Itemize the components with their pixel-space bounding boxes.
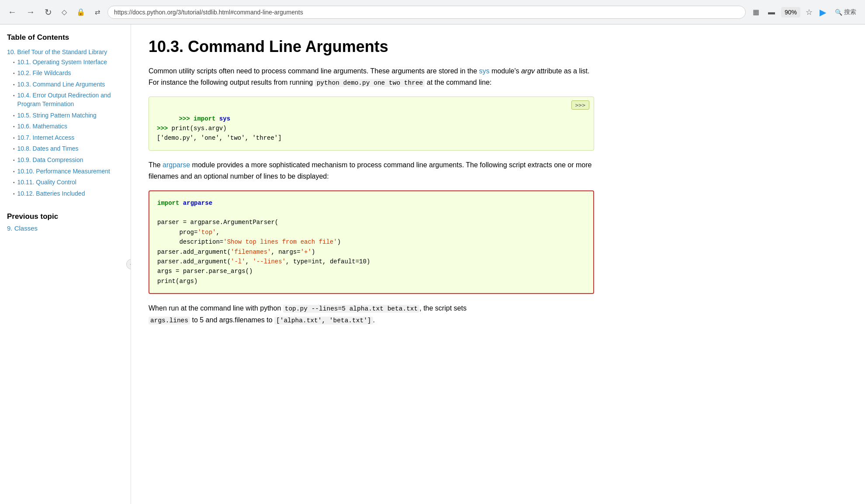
code2-print-fn: print <box>157 278 176 285</box>
code2-desc-line: description= <box>157 238 223 245</box>
code2-parse-line: args = parser.parse_args() <box>157 268 253 275</box>
code2-prog-str: 'top' <box>197 229 216 236</box>
toc-item-10-12[interactable]: 10.12. Batteries Included <box>7 188 124 200</box>
toc-item-10-3[interactable]: 10.3. Command Line Arguments <box>7 79 124 90</box>
code2-prog-comma: , <box>216 229 219 236</box>
search-icon: 🔍 <box>835 9 842 16</box>
toc-section-10[interactable]: 10. Brief Tour of the Standard Library <box>7 48 107 55</box>
code2-l-str: '-l' <box>231 258 246 265</box>
inline-code-1: python demo.py one two three <box>315 79 425 87</box>
code-block-1: >>>>>> import sys >>> print(sys.argv) ['… <box>149 97 594 151</box>
search-button[interactable]: 🔍 搜索 <box>831 7 860 18</box>
code2-add-arg2: parser.add_argument( <box>157 258 231 265</box>
reader-mode-icon[interactable]: ▬ <box>765 7 778 18</box>
code2-comma: , <box>246 258 253 265</box>
toc-item-10-7[interactable]: 10.7. Internet Access <box>7 132 124 144</box>
code2-import-kw: import <box>157 200 179 207</box>
sidebar-collapse-button[interactable]: « <box>126 259 131 269</box>
inline-code-4: ['alpha.txt', 'beta.txt'] <box>274 317 373 324</box>
user-icon[interactable]: ▶ <box>818 5 828 19</box>
inline-code-3: args.lines <box>149 317 190 324</box>
zoom-button[interactable]: 90% <box>781 7 800 17</box>
toc-item-10-9[interactable]: 10.9. Data Compression <box>7 155 124 166</box>
toc-item-10-8[interactable]: 10.8. Dates and Times <box>7 143 124 155</box>
prev-topic-link[interactable]: 9. Classes <box>7 224 38 232</box>
browser-actions: ▦ ▬ 90% ☆ ▶ 🔍 搜索 <box>750 5 860 19</box>
copy-button-1[interactable]: >>> <box>571 100 589 110</box>
code-print-arg: (sys.argv) <box>190 125 227 132</box>
code2-print-arg: (args) <box>176 278 197 285</box>
toc-item-10-1[interactable]: 10.1. Operating System Interface <box>7 57 124 68</box>
shield-icon[interactable]: ◇ <box>59 6 69 18</box>
toc-item-10-11[interactable]: 10.11. Quality Control <box>7 177 124 188</box>
toc-item-10-6[interactable]: 10.6. Mathematics <box>7 121 124 132</box>
url-text: https://docs.python.org/3/tutorial/stdli… <box>114 9 303 16</box>
code-import-kw: import <box>194 115 215 122</box>
code2-filenames-str: 'filenames' <box>231 249 271 255</box>
browser-chrome: ← → ↻ ◇ 🔒 ⇄ https://docs.python.org/3/tu… <box>0 0 865 24</box>
code2-prog-line: prog= <box>157 229 197 236</box>
para2-before: The <box>149 161 163 169</box>
forward-button[interactable]: → <box>24 5 38 19</box>
code2-nargs-str: '+' <box>301 249 311 255</box>
address-bar[interactable]: https://docs.python.org/3/tutorial/stdli… <box>107 6 746 19</box>
code2-lines-str: '--lines' <box>253 258 286 265</box>
para1-end: at the command line: <box>425 79 491 86</box>
toc-title: Table of Contents <box>7 33 124 42</box>
search-label: 搜索 <box>844 8 856 16</box>
para2-after: module provides a more sophisticated mec… <box>149 161 592 180</box>
toc-item-10-4[interactable]: 10.4. Error Output Redirection and Progr… <box>7 90 124 110</box>
code2-argparse-mod: argparse <box>179 200 212 207</box>
prev-topic-section: Previous topic 9. Classes <box>7 212 124 232</box>
lock-icon[interactable]: 🔒 <box>74 6 88 18</box>
toc-item-10-5[interactable]: 10.5. String Pattern Matching <box>7 110 124 121</box>
paragraph-2: The argparse module provides a more soph… <box>149 159 594 183</box>
qr-code-icon[interactable]: ▦ <box>750 6 762 18</box>
back-button[interactable]: ← <box>5 5 19 19</box>
code-prompt-2: >>> <box>157 125 172 132</box>
code2-add-arg1: parser.add_argument( <box>157 249 231 255</box>
code-sys-mod: sys <box>215 115 230 122</box>
bookmark-icon[interactable]: ☆ <box>804 6 814 19</box>
toc-item-10-10[interactable]: 10.10. Performance Measurement <box>7 166 124 177</box>
sys-link[interactable]: sys <box>479 67 490 75</box>
main-content: 10.3. Command Line Arguments Common util… <box>131 24 612 504</box>
code2-parser-assign: parser = argparse.ArgumentParser( <box>157 219 278 226</box>
code2-nargs-part: , nargs= <box>271 249 300 255</box>
prev-topic-label: Previous topic <box>7 212 124 221</box>
para1-after-sys: module's <box>490 67 521 75</box>
code-print-fn: print <box>172 125 190 132</box>
page-layout: Table of Contents 10. Brief Tour of the … <box>0 24 865 504</box>
toc-item-10-2[interactable]: 10.2. File Wildcards <box>7 68 124 79</box>
page-title: 10.3. Command Line Arguments <box>149 38 594 56</box>
paragraph-3: When run at the command line with python… <box>149 303 594 326</box>
code2-nargs-end: ) <box>311 249 315 255</box>
settings-icon[interactable]: ⇄ <box>92 7 103 18</box>
inline-code-2: top.py --lines=5 alpha.txt beta.txt <box>283 305 420 313</box>
argparse-link[interactable]: argparse <box>163 161 190 169</box>
reload-button[interactable]: ↻ <box>42 5 55 19</box>
code-prompt-1: >>> <box>179 115 194 122</box>
code2-desc-end: ) <box>337 238 341 245</box>
toc-items-list: 10.1. Operating System Interface10.2. Fi… <box>7 57 124 200</box>
code-output-1: ['demo.py', 'one', 'two', 'three'] <box>157 135 282 142</box>
code-block-2: import argparse parser = argparse.Argume… <box>149 190 594 294</box>
sidebar: Table of Contents 10. Brief Tour of the … <box>0 24 131 504</box>
code2-type-part: , type=int, default=10) <box>286 258 370 265</box>
paragraph-1: Common utility scripts often need to pro… <box>149 66 594 89</box>
argv-text: argv <box>521 67 535 75</box>
code2-desc-str: 'Show top lines from each file' <box>223 238 337 245</box>
para1-before-sys: Common utility scripts often need to pro… <box>149 67 479 75</box>
